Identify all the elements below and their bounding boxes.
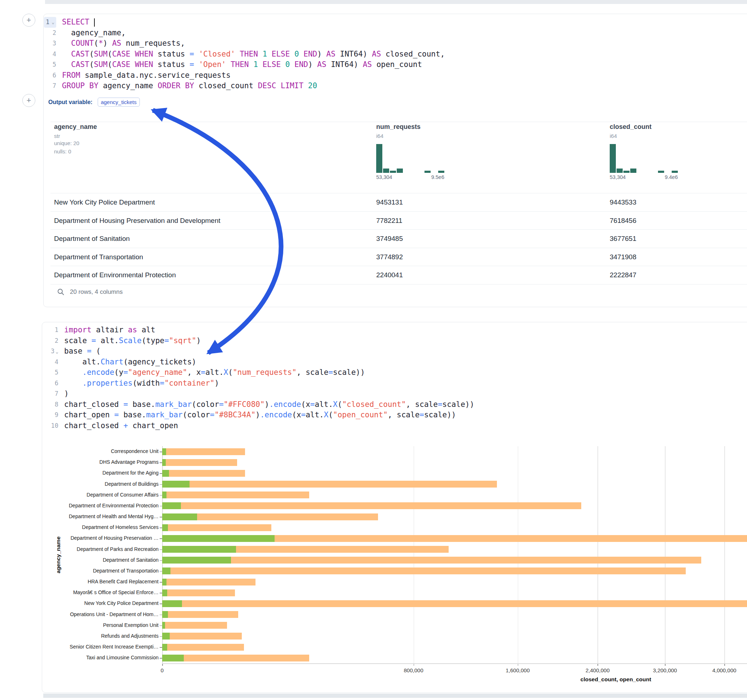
table-dimensions-label: 20 rows, 4 columns bbox=[70, 288, 122, 296]
table-footer: 20 rows, 4 columns bbox=[57, 288, 122, 296]
column-histogram bbox=[610, 144, 678, 173]
line-number: 4 bbox=[35, 49, 56, 60]
code-line[interactable]: 7) bbox=[38, 389, 474, 399]
output-variable-chip[interactable]: agency_tickets bbox=[98, 98, 140, 107]
cell-closed-count[interactable]: 2222847 bbox=[610, 266, 637, 284]
histogram-bar bbox=[376, 144, 382, 173]
next-cell-top bbox=[50, 698, 747, 700]
line-number: 5 bbox=[35, 59, 56, 70]
table-top-divider bbox=[50, 122, 747, 122]
add-cell-button[interactable]: + bbox=[22, 14, 35, 27]
cell-agency-name[interactable]: Department of Transportation bbox=[54, 248, 143, 266]
table-row[interactable]: Department of Sanitation37494853677651 bbox=[50, 230, 747, 248]
plus-icon: + bbox=[27, 16, 31, 24]
code-line[interactable]: 7GROUP BY agency_name ORDER BY closed_co… bbox=[35, 81, 445, 92]
histogram-min: 53,304 bbox=[610, 174, 626, 180]
code-line[interactable]: 6 .properties(width="container") bbox=[38, 378, 474, 389]
fold-chevron-icon[interactable]: ⌄ bbox=[51, 20, 54, 24]
histogram-bar bbox=[630, 169, 637, 173]
cell-num-requests[interactable]: 9453131 bbox=[376, 193, 403, 211]
histogram-bar bbox=[438, 170, 444, 173]
code-line[interactable]: 2 agency_name, bbox=[35, 28, 445, 39]
code-text: chart_closed = base.mark_bar(color="#FFC… bbox=[64, 399, 474, 410]
code-line[interactable]: 5 .encode(y="agency_name", x=alt.X("num_… bbox=[38, 367, 474, 378]
histogram-max: 9.5e6 bbox=[431, 174, 444, 180]
code-line[interactable]: 8chart_closed = base.mark_bar(color="#FF… bbox=[38, 399, 474, 410]
line-number: 6 bbox=[35, 70, 56, 81]
sql-editor[interactable]: 1⌄SELECT 2 agency_name,3 COUNT(*) AS num… bbox=[35, 17, 445, 92]
cell-closed-count[interactable]: 7618456 bbox=[610, 212, 637, 230]
code-line[interactable]: 1import altair as alt bbox=[38, 325, 474, 336]
cell-closed-count[interactable]: 3471908 bbox=[610, 248, 637, 266]
column-name: closed_count bbox=[610, 123, 678, 131]
code-text: alt.Chart(agency_tickets) bbox=[64, 357, 197, 368]
cell-agency-name[interactable]: New York City Police Department bbox=[54, 193, 155, 211]
code-line[interactable]: 5 CAST(SUM(CASE WHEN status = 'Open' THE… bbox=[35, 59, 445, 70]
line-number: 1⌄ bbox=[35, 17, 56, 28]
code-text: COUNT(*) AS num_requests, bbox=[62, 38, 185, 49]
cell-closed-count[interactable]: 3677651 bbox=[610, 230, 637, 248]
table-row[interactable]: New York City Police Department945313194… bbox=[50, 193, 747, 212]
line-number: 6 bbox=[38, 378, 58, 389]
cell-agency-name[interactable]: Department of Sanitation bbox=[54, 230, 130, 248]
add-cell-button[interactable]: + bbox=[22, 94, 35, 107]
code-text: .encode(y="agency_name", x=alt.X("num_re… bbox=[64, 367, 365, 378]
code-line[interactable]: 1⌄SELECT bbox=[35, 17, 445, 28]
table-row[interactable]: Department of Environmental Protection22… bbox=[50, 266, 747, 284]
code-line[interactable]: 10chart_closed + chart_open bbox=[38, 421, 474, 431]
histogram-bar bbox=[397, 169, 403, 173]
column-header-agency-name[interactable]: agency_name str unique: 20 nulls: 0 bbox=[54, 123, 97, 155]
cell-num-requests[interactable]: 7782211 bbox=[376, 212, 402, 230]
search-icon[interactable] bbox=[57, 288, 65, 296]
code-line[interactable]: 9chart_open = base.mark_bar(color="#8BC3… bbox=[38, 410, 474, 421]
code-text: SELECT bbox=[62, 17, 95, 28]
notebook-page: + + 1⌄SELECT 2 agency_name,3 COUNT(*) AS… bbox=[0, 0, 747, 700]
code-text: FROM sample_data.nyc.service_requests bbox=[62, 70, 231, 81]
fold-chevron-icon[interactable]: ⌄ bbox=[56, 349, 58, 355]
line-number: 7 bbox=[38, 389, 58, 399]
output-variable-label: Output variable: bbox=[48, 99, 92, 106]
column-type: str bbox=[54, 133, 97, 139]
line-number: 10 bbox=[38, 421, 58, 431]
column-name: num_requests bbox=[376, 123, 444, 131]
cell-agency-name[interactable]: Department of Environmental Protection bbox=[54, 266, 176, 284]
table-row[interactable]: Department of Transportation377489234719… bbox=[50, 248, 747, 267]
code-line[interactable]: 3⌄base = ( bbox=[38, 346, 474, 357]
line-number: 2 bbox=[35, 28, 56, 39]
code-text: GROUP BY agency_name ORDER BY closed_cou… bbox=[62, 81, 317, 92]
line-number: 1 bbox=[38, 325, 58, 336]
column-header-closed-count[interactable]: closed_count i64 53,304 9.4e6 bbox=[610, 123, 678, 180]
code-line[interactable]: 4 CAST(SUM(CASE WHEN status = 'Closed' T… bbox=[35, 49, 445, 60]
code-line[interactable]: 4 alt.Chart(agency_tickets) bbox=[38, 357, 474, 368]
line-number: 3 bbox=[35, 38, 56, 49]
code-text: scale = alt.Scale(type="sqrt") bbox=[64, 336, 201, 346]
column-unique-count: unique: 20 bbox=[54, 139, 97, 147]
python-editor[interactable]: 1import altair as alt2scale = alt.Scale(… bbox=[38, 325, 474, 431]
code-line[interactable]: 2scale = alt.Scale(type="sqrt") bbox=[38, 336, 474, 346]
histogram-bar bbox=[383, 169, 389, 173]
table-row[interactable]: Department of Housing Preservation and D… bbox=[50, 212, 747, 230]
column-header-num-requests[interactable]: num_requests i64 53,304 9.5e6 bbox=[376, 123, 444, 180]
code-text: chart_closed + chart_open bbox=[64, 421, 178, 431]
cell-agency-name[interactable]: Department of Housing Preservation and D… bbox=[54, 212, 221, 230]
cell-num-requests[interactable]: 3749485 bbox=[376, 230, 403, 248]
cell-num-requests[interactable]: 3774892 bbox=[376, 248, 403, 266]
histogram-range: 53,304 9.5e6 bbox=[376, 174, 444, 180]
cell-num-requests[interactable]: 2240041 bbox=[376, 266, 403, 284]
histogram-bar bbox=[658, 170, 664, 173]
plus-icon: + bbox=[27, 97, 31, 104]
code-text: CAST(SUM(CASE WHEN status = 'Closed' THE… bbox=[62, 49, 445, 60]
code-line[interactable]: 3 COUNT(*) AS num_requests, bbox=[35, 38, 445, 49]
results-table: New York City Police Department945313194… bbox=[50, 193, 747, 284]
code-text: base = ( bbox=[64, 346, 101, 357]
histogram-bar bbox=[617, 169, 623, 173]
output-variable-row: Output variable: agency_tickets bbox=[48, 98, 140, 107]
code-line[interactable]: 6FROM sample_data.nyc.service_requests bbox=[35, 70, 445, 81]
text-cursor bbox=[94, 18, 95, 27]
code-text: ) bbox=[64, 389, 69, 399]
cell-closed-count[interactable]: 9443533 bbox=[610, 193, 637, 211]
histogram-bar bbox=[672, 170, 678, 173]
line-number: 3⌄ bbox=[38, 346, 58, 357]
code-text: .properties(width="container") bbox=[64, 378, 219, 389]
line-number: 8 bbox=[38, 399, 58, 410]
